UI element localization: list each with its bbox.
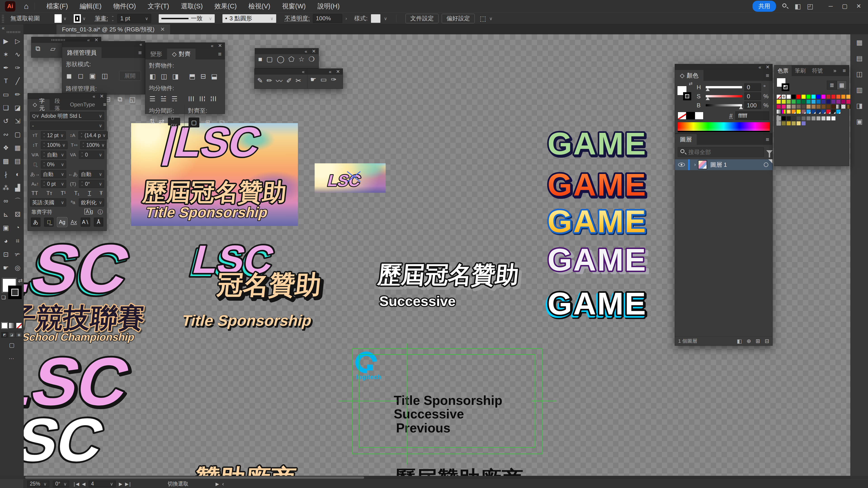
swatch[interactable] <box>821 116 826 121</box>
collapse-icon[interactable]: « <box>302 69 305 74</box>
visibility-eye-icon[interactable] <box>678 163 685 167</box>
hand-gesture-icon[interactable]: ☛ <box>310 75 316 84</box>
snap-glyph-x-height-button[interactable]: Ax <box>70 219 77 225</box>
tab-swatches[interactable]: 色票 <box>774 65 792 76</box>
tsume-field[interactable]: ⌃⌄0%∨ <box>41 160 66 168</box>
menu-item[interactable]: 編輯(E) <box>74 2 107 10</box>
brightness-value[interactable]: 100 <box>744 101 761 109</box>
menu-item[interactable]: 視窗(W) <box>276 2 312 10</box>
shaper-tool[interactable]: ❏ <box>0 101 12 114</box>
swatch[interactable] <box>801 116 806 121</box>
status-collapse-icon[interactable]: ‹ <box>222 481 223 487</box>
swatch[interactable] <box>816 94 821 99</box>
shear-icon[interactable]: ▱ <box>50 45 55 53</box>
swatch[interactable] <box>792 104 796 109</box>
shape-builder-tool[interactable]: ❖ <box>0 141 12 154</box>
outline-icon[interactable]: ⧉ <box>118 95 122 103</box>
white-chip[interactable] <box>695 112 704 120</box>
disclosure-icon[interactable]: › <box>694 162 696 168</box>
close-icon[interactable]: ✕ <box>100 94 104 99</box>
new-layer-icon[interactable]: ⊞ <box>756 338 760 344</box>
panel-grip[interactable] <box>7 31 20 33</box>
swatch[interactable] <box>836 109 841 114</box>
brush-dropdown[interactable]: • 3 點圓形 ∨ <box>222 14 276 23</box>
banner-subtitle-text[interactable]: Title Sponsorship <box>144 204 270 221</box>
hue-value[interactable]: 0 <box>744 84 761 91</box>
swatch[interactable] <box>776 104 781 109</box>
panel-menu-icon[interactable]: ≡ <box>215 48 225 59</box>
swatch[interactable] <box>846 104 850 109</box>
snap-glyph-baseline-button[interactable]: あ̲ <box>44 218 54 227</box>
symbol-screen-tool[interactable]: ⚄ <box>12 207 24 221</box>
swatch[interactable] <box>826 116 831 121</box>
swatch[interactable] <box>792 99 796 104</box>
magic-wand-tool[interactable]: ✶ <box>0 48 12 61</box>
swatch[interactable] <box>841 99 846 104</box>
kerning-field[interactable]: ⌃⌄自動∨ <box>41 151 66 159</box>
stroke-stepper[interactable]: ⌃⌄ <box>112 16 114 21</box>
swatch[interactable] <box>786 109 791 114</box>
type-tool[interactable]: T <box>0 74 12 88</box>
bottom-sponsor-text[interactable]: 贊助廠商 <box>193 464 298 476</box>
close-icon[interactable]: ✕ <box>336 69 340 74</box>
default-fill-stroke-icon[interactable]: ❏ <box>1 295 6 300</box>
swatch[interactable] <box>821 109 826 114</box>
polygon-shape-icon[interactable]: ⬠ <box>288 55 294 63</box>
tab-transform[interactable]: 變形 <box>145 48 167 59</box>
last-artboard-icon[interactable]: ▶❘ <box>125 481 131 487</box>
swatch[interactable] <box>811 116 816 121</box>
chevron-right-icon[interactable]: › <box>345 16 347 21</box>
arrange-documents-icon[interactable]: ◧ <box>795 2 801 10</box>
swatch[interactable] <box>781 99 786 104</box>
swatch[interactable] <box>776 99 781 104</box>
perspective-grid-tool[interactable]: ▦ <box>12 141 24 154</box>
swatch[interactable] <box>816 104 821 109</box>
direct-selection-tool[interactable]: ▷ <box>12 34 24 48</box>
swatch[interactable] <box>831 94 836 99</box>
distribute-hcenter-icon[interactable]: ☱ <box>198 96 206 102</box>
panel-menu-icon[interactable]: ≡ <box>839 65 849 76</box>
tab-align[interactable]: ◇ 對齊 <box>167 48 195 59</box>
document-tab[interactable]: Fonts_01-3.ai* @ 25 % (RGB/預視) ✕ <box>57 24 170 34</box>
hand-tool[interactable]: ☛ <box>0 261 12 274</box>
rounded-target-tool[interactable]: ▣ <box>0 221 12 234</box>
collapse-icon[interactable]: « <box>758 64 761 70</box>
swatch[interactable] <box>776 116 781 121</box>
maximize-button[interactable]: ▢ <box>838 0 852 12</box>
expand-button[interactable]: 展開 <box>119 71 141 80</box>
swatch[interactable] <box>796 109 801 114</box>
none-mode-button[interactable] <box>16 323 22 328</box>
layer-thumbnail[interactable] <box>698 160 707 169</box>
snap-glyph-em-box-button[interactable]: あ <box>31 218 40 227</box>
free-transform-icon[interactable]: ⧉ <box>35 45 40 53</box>
leading-field[interactable]: ⌃⌄(14.4 p∨ <box>79 131 108 139</box>
paintbrush-tool[interactable]: ✏ <box>12 88 24 101</box>
swatch[interactable] <box>801 99 806 104</box>
font-size-field[interactable]: ⌃⌄12 pt∨ <box>41 131 66 139</box>
align-bottom-icon[interactable]: ⬓ <box>211 72 217 80</box>
swatch[interactable] <box>831 109 836 114</box>
align-right-icon[interactable]: ◨ <box>172 72 179 80</box>
swatch[interactable] <box>792 121 796 126</box>
scrollbar-thumb[interactable] <box>25 477 364 479</box>
game-text-white-black[interactable]: GAME <box>548 286 647 321</box>
measure-tool[interactable]: ◕ <box>0 234 12 248</box>
menu-item[interactable]: 效果(C) <box>209 2 243 10</box>
align-to-key-object-button[interactable]: ⊞ <box>203 118 213 127</box>
bottom-history-sponsor-text[interactable]: 歷屆贊助廠商 <box>394 467 523 476</box>
swatch[interactable] <box>826 109 831 114</box>
dock-panel-icon-3[interactable]: ◫ <box>850 66 868 82</box>
panel-menu-icon[interactable]: ≡ <box>135 47 145 58</box>
layers-search-input[interactable] <box>678 147 764 157</box>
swatch[interactable] <box>806 99 811 104</box>
tracking-field[interactable]: ⌃⌄0∨ <box>79 151 104 159</box>
swatch[interactable] <box>781 116 786 121</box>
layer-row[interactable]: › 圖層 1 <box>675 159 772 170</box>
swatch[interactable] <box>796 99 801 104</box>
star-shape-icon[interactable]: ☆ <box>298 55 305 63</box>
status-expand-icon[interactable]: ▶ <box>215 481 219 487</box>
swatch[interactable] <box>826 104 831 109</box>
collapse-icon[interactable]: « <box>140 41 142 47</box>
color-spectrum-bar[interactable] <box>678 122 770 132</box>
char-rotation-field[interactable]: ⌃⌄0°∨ <box>79 180 104 188</box>
